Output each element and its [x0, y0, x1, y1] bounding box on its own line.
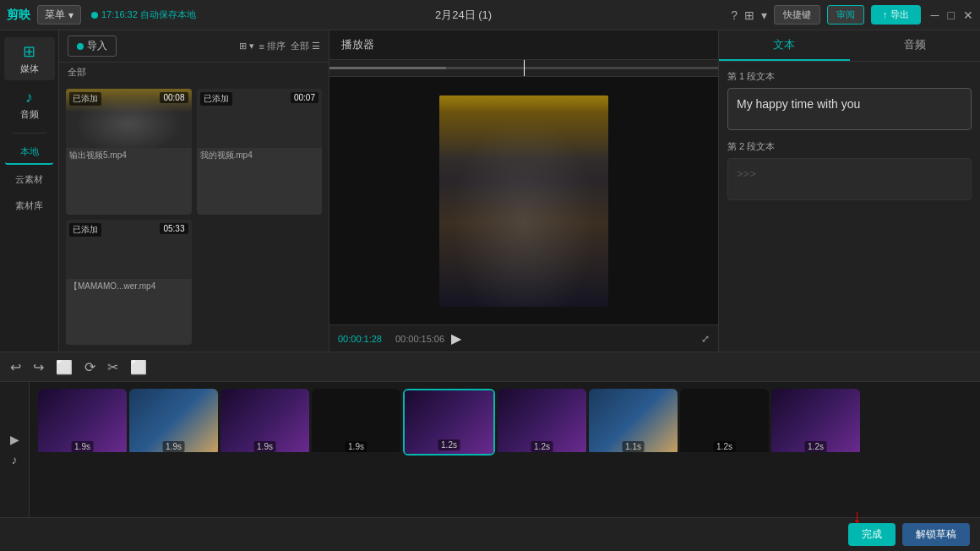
import-dot — [77, 43, 84, 50]
media-name-0: 输出视频5.mp4 — [66, 148, 192, 163]
sort-button[interactable]: ≡ 排序 — [259, 40, 286, 52]
clip-dur-6: 1.1s — [622, 441, 645, 452]
all-label: 全部 — [59, 63, 329, 82]
top-bar-actions: ? ⊞ ▾ 快捷键 审阅 ↑ 导出 ─ □ ✕ — [731, 5, 973, 25]
tab-audio[interactable]: 音频 — [850, 30, 981, 61]
clip-dur-3: 1.9s — [345, 441, 368, 452]
media-grid: 已添加 00:08 输出视频5.mp4 已添加 00:07 我的视频.mp4 已… — [59, 82, 329, 352]
media-duration-0: 00:08 — [160, 92, 188, 103]
right-content: 第 1 段文本 My happy time with you ◀ 第 2 段文本… — [719, 62, 980, 352]
media-duration-2: 05:33 — [160, 223, 188, 234]
track-row-video: 1.9s 1.9s 1.9s 1.9s — [30, 389, 980, 456]
media-badge-0: 已添加 — [69, 92, 101, 106]
shortcut-button[interactable]: 快捷键 — [774, 5, 820, 25]
timeline-tracks: 1.9s 1.9s 1.9s 1.9s — [30, 382, 980, 517]
clip-dur-1: 1.9s — [162, 441, 185, 452]
layout-icon[interactable]: ⊞ — [744, 8, 754, 22]
player-timeline[interactable] — [329, 60, 718, 77]
media-icon: ⊞ — [23, 42, 35, 61]
split-button[interactable]: ⬜ — [130, 359, 147, 375]
sidebar-sub-cloud[interactable]: 云素材 — [5, 168, 53, 191]
left-sidebar: ⊞ 媒体 ♪ 音频 本地 云素材 素材库 — [0, 30, 59, 352]
timeline-progress — [329, 67, 446, 69]
text-section-1: 第 1 段文本 My happy time with you ◀ — [727, 70, 972, 130]
clip-8[interactable]: 1.2s — [771, 389, 860, 456]
sidebar-sub-material[interactable]: 素材库 — [5, 194, 53, 217]
media-item-1[interactable]: 已添加 00:07 我的视频.mp4 — [197, 89, 323, 215]
crop-button[interactable]: ⬜ — [56, 359, 73, 375]
media-badge-1: 已添加 — [200, 92, 232, 106]
help-icon[interactable]: ? — [731, 8, 738, 22]
filter-button[interactable]: 全部 ☰ — [291, 40, 320, 52]
clip-dur-7: 1.2s — [713, 441, 736, 452]
clip-2[interactable]: 1.9s — [220, 389, 309, 456]
audio-icon: ♪ — [25, 89, 33, 106]
section1-label: 第 1 段文本 — [727, 70, 972, 83]
text-value-2: >>> — [737, 167, 756, 180]
menu-button[interactable]: 菜单 ▾ — [37, 5, 81, 25]
undo-button[interactable]: ↩ — [10, 359, 21, 375]
timeline-content: ▶ ♪ 1.9s 1.9s — [0, 382, 980, 517]
time-current: 00:00:1:28 — [338, 334, 382, 344]
media-item-2[interactable]: 已添加 05:33 【MAMAMO...wer.mp4 — [66, 220, 192, 346]
sidebar-sub-local[interactable]: 本地 — [5, 140, 53, 165]
media-name-1: 我的视频.mp4 — [197, 148, 323, 163]
player-video[interactable] — [329, 77, 718, 325]
sidebar-divider — [13, 133, 46, 134]
share-icon: ↑ — [883, 9, 888, 19]
close-button[interactable]: ✕ — [963, 8, 973, 22]
minimize-button[interactable]: ─ — [931, 8, 939, 22]
clip-dur-5: 1.2s — [531, 441, 553, 452]
tab-text[interactable]: 文本 — [719, 30, 850, 61]
clip-4[interactable]: 1.2s — [403, 389, 495, 456]
clip-3[interactable]: 1.9s — [312, 389, 400, 456]
clip-5[interactable]: 1.2s — [498, 389, 586, 456]
text-value-1: My happy time with you — [737, 97, 860, 111]
red-arrow-unlock: ↓ — [852, 505, 862, 527]
timeline-bottom: ↓ 完成 解锁草稿 — [0, 517, 980, 551]
play-button[interactable]: ▶ — [451, 330, 461, 346]
main-area: ⊞ 媒体 ♪ 音频 本地 云素材 素材库 导入 ⊞ ▾ ≡ 排序 全部 ☰ 全部 — [0, 30, 980, 352]
timeline-video-icon[interactable]: ▶ — [10, 433, 19, 446]
redo-button[interactable]: ↪ — [33, 359, 44, 375]
layout-arrow-icon[interactable]: ▾ — [761, 8, 767, 22]
clip-0[interactable]: 1.9s — [38, 389, 127, 456]
text-content-1[interactable]: My happy time with you ◀ — [727, 88, 972, 130]
clip-dur-8: 1.2s — [804, 441, 827, 452]
sidebar-item-media[interactable]: ⊞ 媒体 — [4, 37, 55, 80]
unlock-button[interactable]: 解锁草稿 — [902, 523, 970, 546]
clip-7[interactable]: 1.2s — [680, 389, 769, 456]
top-bar: 剪映 菜单 ▾ 17:16:32 自动保存本地 2月24日 (1) ? ⊞ ▾ … — [0, 0, 980, 30]
project-title: 2月24日 (1) — [203, 8, 724, 23]
timeline-cursor — [524, 60, 525, 76]
loop-button[interactable]: ⟳ — [84, 359, 95, 375]
video-frame — [439, 95, 608, 307]
export-button[interactable]: ↑ 导出 — [871, 5, 921, 25]
clip-6[interactable]: 1.1s — [589, 389, 678, 456]
text-content-2[interactable]: >>> — [727, 158, 972, 200]
sidebar-item-audio[interactable]: ♪ 音频 — [4, 84, 55, 126]
autosave-status: 17:16:32 自动保存本地 — [91, 8, 196, 21]
grid-view-button[interactable]: ⊞ ▾ — [239, 41, 254, 52]
media-panel: 导入 ⊞ ▾ ≡ 排序 全部 ☰ 全部 已添加 00:08 输出视频5.mp4 — [59, 30, 329, 352]
media-item-0[interactable]: 已添加 00:08 输出视频5.mp4 — [66, 89, 192, 215]
clip-1[interactable]: 1.9s — [129, 389, 218, 456]
media-badge-2: 已添加 — [69, 223, 101, 237]
review-button[interactable]: 审阅 — [827, 5, 864, 25]
text-section-2: 第 2 段文本 >>> — [727, 140, 972, 200]
bottom-toolbar: ↩ ↪ ⬜ ⟳ ✂ ⬜ — [0, 352, 980, 382]
maximize-button[interactable]: □ — [948, 8, 955, 22]
right-panel: 文本 音频 第 1 段文本 My happy time with you ◀ 第… — [718, 30, 980, 352]
clip-dur-2: 1.9s — [253, 441, 276, 452]
media-name-2: 【MAMAMO...wer.mp4 — [66, 279, 192, 294]
window-controls: ─ □ ✕ — [931, 8, 973, 22]
clip-dur-4: 1.2s — [438, 439, 460, 450]
track-clips: 1.9s 1.9s 1.9s 1.9s — [38, 389, 860, 456]
player-title: 播放器 — [329, 30, 718, 60]
import-button[interactable]: 导入 — [68, 35, 117, 57]
timeline-area: ▶ ♪ 1.9s 1.9s — [0, 382, 980, 551]
trim-button[interactable]: ✂ — [107, 359, 118, 375]
expand-button[interactable]: ⤢ — [701, 333, 710, 345]
timeline-audio-icon[interactable]: ♪ — [12, 453, 18, 466]
player-panel: 播放器 00:00:1:28 00:00:15:06 ▶ ⤢ — [329, 30, 718, 352]
